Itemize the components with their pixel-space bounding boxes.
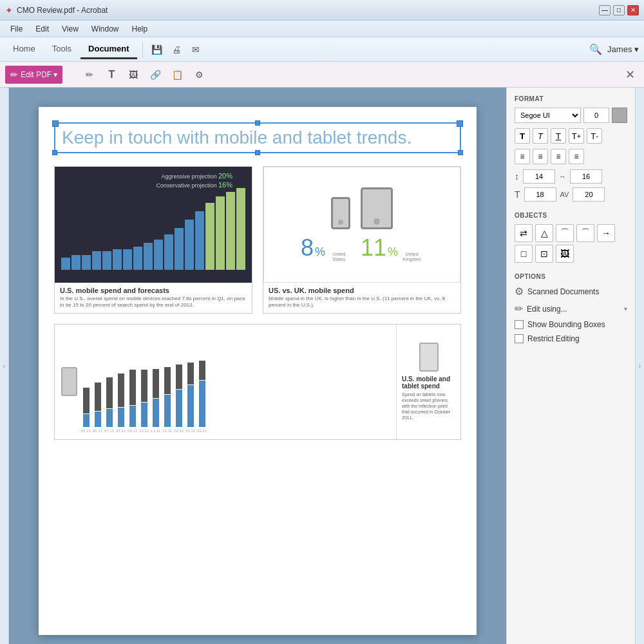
bar-11 (164, 234, 173, 270)
char-spacing-input[interactable] (570, 169, 602, 184)
tab-home[interactable]: Home (5, 40, 43, 59)
format-superscript[interactable]: T+ (569, 128, 584, 144)
bar-9 (144, 243, 153, 270)
bar-12 (175, 228, 184, 270)
objects-section: OBJECTS ⇄ △ ⌒ ⌒ → □ ⊡ 🖼 (515, 212, 627, 263)
obj-flip[interactable]: ⇄ (515, 224, 533, 242)
text-size-input[interactable] (524, 187, 556, 202)
bar-6 (113, 249, 122, 270)
align-left[interactable]: ≡ (515, 149, 530, 164)
obj-arrow[interactable]: → (597, 224, 615, 242)
right-panel: FORMAT Segoe UI T T T T+ T- ≡ ≡ ≡ ≡ (506, 88, 635, 644)
tablet-icon (419, 343, 439, 372)
gear-icon: ⚙ (515, 285, 524, 298)
edit-tool-settings[interactable]: ⚙ (190, 66, 208, 84)
bottom-chart-side: U.S. mobile and tablet spend Spend on ta… (396, 325, 460, 439)
objects-buttons: ⇄ △ ⌒ ⌒ → □ ⊡ 🖼 (515, 224, 627, 263)
chart1-caption-text: In the U.S., overall spend on mobile dev… (60, 296, 247, 309)
bar-17 (226, 192, 235, 270)
edit-using-option[interactable]: ✏ Edit using... ▾ (515, 303, 627, 315)
align-right[interactable]: ≡ (551, 149, 566, 164)
stat2-label: United Kingdom (401, 252, 423, 263)
bar-5 (102, 251, 111, 270)
edit-tool-link[interactable]: 🔗 (146, 66, 164, 84)
user-menu[interactable]: James ▾ (607, 44, 639, 54)
search-button[interactable]: 🔍 (589, 43, 602, 55)
edit-tool-text[interactable]: T (102, 66, 120, 84)
bar-13 (185, 220, 194, 270)
bar-4 (92, 251, 101, 270)
format-subscript[interactable]: T- (587, 128, 602, 144)
bar-18 (236, 188, 245, 270)
format-underline[interactable]: T (551, 128, 566, 144)
font-row: Segoe UI (515, 108, 627, 123)
document-area: Keep in touch with mobile and tablet tre… (9, 88, 506, 644)
left-panel-toggle[interactable]: ‹ (0, 88, 9, 644)
selection-handle-bottom-mid[interactable] (255, 150, 260, 155)
titlebar-controls[interactable]: — □ ✕ (599, 5, 639, 15)
menu-help[interactable]: Help (127, 23, 153, 35)
obj-image[interactable]: 🖼 (556, 245, 574, 263)
selection-handle-bottom-left[interactable] (52, 150, 57, 155)
selection-handle-top-mid[interactable] (255, 120, 260, 126)
scanned-documents-option[interactable]: ⚙ Scanned Documents (515, 285, 627, 298)
email-button[interactable]: ✉ (187, 41, 205, 59)
print-button[interactable]: 🖨 (167, 41, 185, 59)
font-size-input[interactable] (583, 108, 609, 123)
edit-tool-draw[interactable]: ✏ (80, 66, 99, 84)
menu-edit[interactable]: Edit (30, 23, 54, 35)
kerning-label: AV (560, 191, 569, 198)
align-justify[interactable]: ≡ (569, 149, 584, 164)
save-button[interactable]: 💾 (148, 41, 166, 59)
kerning-input[interactable] (573, 187, 605, 202)
edit-pdf-button[interactable]: ✏ Edit PDF ▾ (5, 66, 62, 84)
titlebar: ✦ CMO Review.pdf - Acrobat — □ ✕ (0, 0, 644, 21)
bar-15 (205, 203, 214, 270)
font-family-select[interactable]: Segoe UI (515, 108, 581, 123)
menubar: File Edit View Window Help (0, 21, 644, 37)
bar-3 (82, 255, 91, 270)
bottom-chart: 05.11 06.11 07.11 (54, 324, 461, 440)
menu-view[interactable]: View (57, 23, 84, 35)
obj-curve2[interactable]: ⌒ (576, 224, 594, 242)
tab-document[interactable]: Document (80, 40, 137, 59)
bar-7 (123, 249, 132, 270)
bottom-chart-main: 05.11 06.11 07.11 (55, 325, 396, 439)
stat2-pct: % (388, 245, 398, 259)
bounding-boxes-checkbox[interactable] (515, 320, 524, 329)
obj-crop[interactable]: □ (515, 245, 533, 263)
obj-curve1[interactable]: ⌒ (556, 224, 574, 242)
maximize-button[interactable]: □ (613, 5, 625, 15)
chart1-caption: U.S. mobile spend and forecasts In the U… (55, 283, 252, 313)
chart2-caption-text: Mobile spend in the UK. is higher than i… (269, 296, 455, 309)
menu-window[interactable]: Window (86, 23, 124, 35)
bar-1 (61, 258, 70, 270)
selection-handle-bottom-right[interactable] (458, 150, 463, 155)
bar-14 (195, 211, 204, 270)
toolbar-right: 🔍 James ▾ (589, 43, 639, 55)
toolbar-separator (142, 42, 143, 57)
stat1-label: United States (328, 252, 350, 263)
title-text-box[interactable]: Keep in touch with mobile and tablet tre… (54, 122, 461, 153)
minimize-button[interactable]: — (599, 5, 611, 15)
align-center[interactable]: ≡ (533, 149, 548, 164)
chart-us-uk: 8 % United States 11 % United Kingdom (263, 166, 461, 314)
menu-file[interactable]: File (5, 23, 28, 35)
obj-triangle[interactable]: △ (535, 224, 553, 242)
bottom-chart-title: U.S. mobile and tablet spend (402, 375, 455, 390)
edit-tool-clipboard[interactable]: 📋 (168, 66, 186, 84)
right-panel-toggle[interactable]: › (635, 88, 644, 644)
restrict-editing-checkbox[interactable] (515, 334, 524, 343)
edit-toolbar-close[interactable]: ✕ (621, 66, 639, 84)
format-italic[interactable]: T (533, 128, 548, 144)
line-spacing-input[interactable] (523, 169, 555, 184)
format-bold[interactable]: T (515, 128, 530, 144)
show-bounding-boxes-option[interactable]: Show Bounding Boxes (515, 320, 627, 329)
restrict-editing-option[interactable]: Restrict Editing (515, 334, 627, 343)
close-button[interactable]: ✕ (627, 5, 639, 15)
obj-resize[interactable]: ⊡ (535, 245, 553, 263)
edit-tool-image[interactable]: 🖼 (124, 66, 142, 84)
color-swatch[interactable] (612, 108, 627, 123)
stat2-number: 11 (361, 234, 386, 261)
tab-tools[interactable]: Tools (44, 40, 79, 59)
